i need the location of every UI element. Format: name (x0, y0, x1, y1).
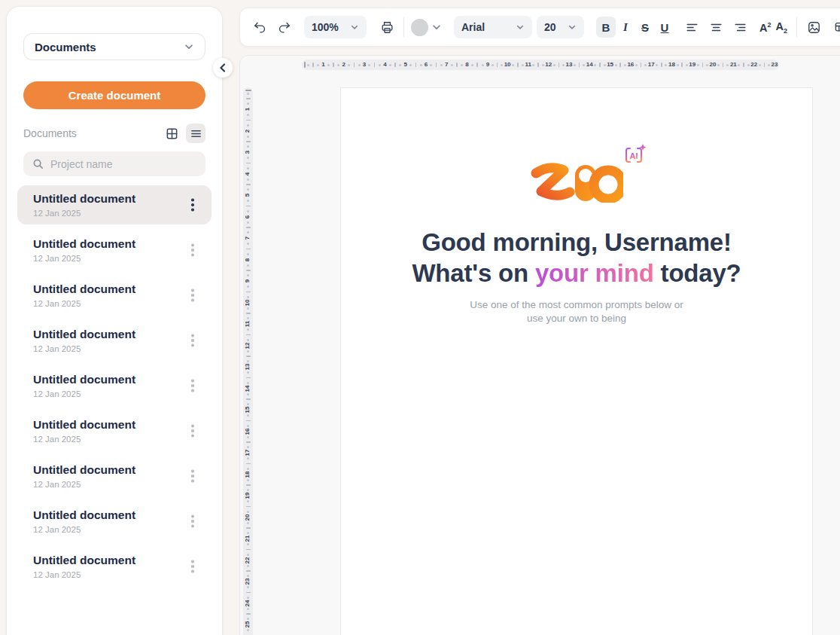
ruler-unit: 10 (243, 284, 253, 306)
superscript-button[interactable]: A2 (757, 21, 774, 34)
ruler-number: 3 (245, 151, 251, 154)
ruler-number: 20 (710, 62, 717, 68)
ruler-number: 18 (668, 62, 675, 68)
document-menu-button[interactable] (183, 510, 202, 533)
zoom-level-value: 100% (312, 21, 339, 33)
bold-button[interactable]: B (596, 17, 616, 38)
document-menu-button[interactable] (183, 374, 202, 397)
grid-view-button[interactable] (162, 124, 181, 143)
greeting-subtitle: Use one of the most common prompts below… (470, 298, 683, 325)
collapse-sidebar-button[interactable] (213, 58, 233, 78)
ruler-number: 16 (627, 62, 634, 68)
editor-canvas: 1234567891011121314151617181920212223 12… (239, 55, 840, 635)
document-list-item[interactable]: Untitled document12 Jan 2025 (17, 502, 212, 541)
document-list-item[interactable]: Untitled document12 Jan 2025 (17, 230, 212, 270)
font-size-value: 20 (544, 21, 556, 33)
align-left-button[interactable] (682, 17, 702, 37)
document-list-item[interactable]: Untitled document12 Jan 2025 (17, 185, 212, 224)
ai-badge: AI (623, 144, 647, 168)
ruler-number: 3 (363, 62, 366, 68)
align-center-button[interactable] (706, 17, 726, 37)
ruler-unit: 15 (243, 392, 253, 414)
ruler-unit: 4 (367, 60, 387, 70)
vertical-ruler: 1234567891011121314151617181920212223242… (243, 87, 253, 635)
search-input[interactable] (50, 158, 196, 170)
italic-button[interactable]: I (616, 17, 635, 38)
underline-button[interactable]: U (655, 17, 674, 38)
document-menu-button[interactable] (183, 465, 202, 487)
ruler-number: 10 (504, 62, 511, 68)
align-right-button[interactable] (730, 17, 750, 37)
font-size-dropdown[interactable]: 20 (537, 16, 584, 38)
document-menu-button[interactable] (183, 555, 202, 578)
strikethrough-button[interactable]: S (635, 17, 655, 38)
ruler-number: 8 (465, 62, 468, 68)
document-date: 12 Jan 2025 (33, 570, 183, 579)
document-date: 12 Jan 2025 (33, 480, 183, 489)
create-document-button[interactable]: Create document (23, 81, 205, 109)
ruler-number: 12 (545, 62, 552, 68)
kebab-menu-icon (191, 294, 194, 297)
document-menu-button[interactable] (183, 284, 202, 307)
align-left-icon (685, 20, 699, 35)
zio-logo-mark (530, 156, 623, 203)
font-family-dropdown[interactable]: Arial (454, 16, 532, 38)
ruler-number: 21 (245, 536, 251, 542)
document-list-item[interactable]: Untitled document12 Jan 2025 (17, 276, 212, 315)
ruler-number: 11 (245, 321, 251, 327)
insert-table-button[interactable] (831, 17, 840, 37)
document-meta: Untitled document12 Jan 2025 (33, 508, 183, 534)
document-menu-button[interactable] (183, 194, 202, 216)
document-list-item[interactable]: Untitled document12 Jan 2025 (17, 321, 212, 360)
subscript-button[interactable]: A2 (774, 20, 790, 35)
ruler-unit: 10 (490, 60, 510, 70)
redo-button[interactable] (274, 17, 294, 37)
document-meta: Untitled document12 Jan 2025 (33, 554, 183, 579)
undo-button[interactable] (250, 17, 269, 37)
ruler-number: 11 (525, 62, 531, 68)
document-list-item[interactable]: Untitled document12 Jan 2025 (17, 456, 212, 496)
ruler-number: 2 (342, 62, 345, 68)
document-date: 12 Jan 2025 (33, 254, 183, 263)
documents-section-label: Documents (23, 127, 77, 139)
insert-image-button[interactable] (804, 17, 823, 37)
document-menu-button[interactable] (183, 239, 202, 261)
document-list-item[interactable]: Untitled document12 Jan 2025 (17, 411, 212, 450)
ruler-number: 6 (245, 215, 251, 218)
subscript-base: A (776, 20, 784, 32)
document-meta: Untitled document12 Jan 2025 (33, 463, 183, 489)
ruler-number: 9 (245, 279, 251, 282)
zoom-level-dropdown[interactable]: 100% (304, 16, 367, 38)
document-title: Untitled document (33, 282, 183, 296)
redo-icon (277, 20, 291, 35)
ruler-unit: 26 (243, 627, 253, 635)
app-window: Documents Create document Documents Unti… (0, 0, 840, 635)
document-meta: Untitled document12 Jan 2025 (33, 373, 183, 398)
chevron-down-icon (516, 23, 525, 32)
document-page[interactable]: AI Good morning, Username! What's on you… (340, 87, 813, 635)
document-menu-button[interactable] (183, 329, 202, 352)
print-button[interactable] (377, 17, 397, 37)
ruler-unit: 8 (449, 60, 470, 70)
document-title: Untitled document (33, 237, 183, 251)
ruler-unit: 18 (243, 456, 253, 478)
document-list: Untitled document12 Jan 2025Untitled doc… (17, 185, 212, 586)
document-date: 12 Jan 2025 (33, 389, 183, 398)
undo-icon (253, 20, 267, 35)
ruler-number: 23 (772, 62, 778, 68)
kebab-menu-icon (191, 565, 194, 568)
text-color-picker[interactable] (411, 19, 442, 36)
ruler-number: 5 (403, 62, 406, 68)
list-view-button[interactable] (186, 124, 205, 143)
document-date: 12 Jan 2025 (33, 209, 183, 218)
ruler-number: 6 (425, 62, 428, 68)
document-list-item[interactable]: Untitled document12 Jan 2025 (17, 366, 212, 405)
ruler-unit: 12 (531, 60, 552, 70)
document-list-item[interactable]: Untitled document12 Jan 2025 (17, 547, 212, 586)
document-title: Untitled document (33, 554, 183, 567)
kebab-menu-icon (191, 203, 194, 206)
document-menu-button[interactable] (183, 420, 202, 442)
ruler-number: 19 (689, 62, 695, 68)
ruler-number: 22 (750, 62, 757, 68)
workspace-selector-dropdown[interactable]: Documents (23, 33, 205, 60)
